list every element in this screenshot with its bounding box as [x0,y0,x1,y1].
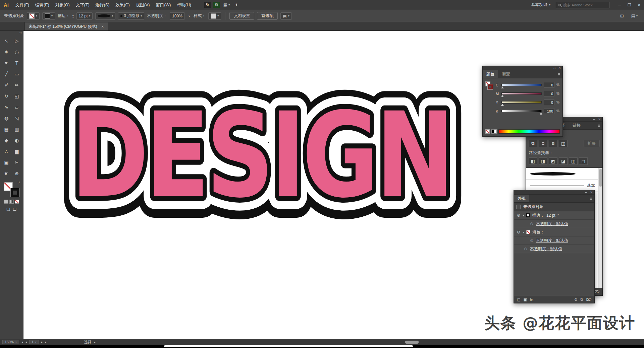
stroke-proxy-swatch[interactable] [488,84,493,89]
video-progress-thumb[interactable] [164,345,413,347]
bridge-icon[interactable]: Br [204,2,211,8]
opacity-default-link[interactable]: 不透明度：默认值 [536,221,568,227]
scrollbar-thumb[interactable] [599,169,602,187]
stepper-down-icon[interactable]: ▾ [72,16,74,18]
column-graph-tool[interactable]: ▆ [12,146,22,157]
preferences-button[interactable]: 首选项 [257,12,278,20]
appearance-row-fill-opacity[interactable]: ⊙ 不透明度：默认值 [514,236,594,245]
color-mode-icon[interactable] [4,200,8,204]
appearance-row-stroke-opacity[interactable]: ⊙ 不透明度：默认值 [514,220,594,228]
close-panel-icon[interactable]: ✕ [590,191,593,194]
appearance-row-global-opacity[interactable]: ⊙ 不透明度：默认值 [514,245,594,253]
expand-chevron-icon[interactable]: ▾ [523,214,524,217]
panel-menu-icon[interactable]: ≡ [590,196,594,201]
fill-none-swatch[interactable] [526,230,530,234]
add-effect-icon[interactable]: fx. [530,298,534,302]
perspective-grid-tool[interactable]: ◹ [12,113,22,124]
fill-color-dropdown[interactable]: ▾ [27,12,40,20]
menu-view[interactable]: 视图(V) [133,0,153,10]
drawing-mode-icon[interactable]: ❏ [6,207,10,212]
menu-select[interactable]: 选择(S) [93,0,113,10]
menu-type[interactable]: 文字(T) [73,0,93,10]
search-input[interactable] [563,3,602,7]
status-indicator[interactable]: 选择 ▸ [84,340,96,345]
eyedropper-tool[interactable]: ◆ [1,135,12,146]
hand-tool[interactable]: ☛ [1,168,12,179]
document-tab[interactable]: 未标题-1* @ 150% (CMYK/GPU 预览) ✕ [24,22,108,30]
brush-definition-dropdown[interactable]: 3 点圆形 ▾ [118,12,144,20]
magenta-slider[interactable] [501,92,542,95]
stroke-color-dropdown[interactable]: ▾ [42,12,55,20]
shape-builder-tool[interactable]: ◍ [1,113,12,124]
trim-button[interactable]: ◨ [539,157,547,165]
brush-list-scrollbar[interactable] [598,168,602,288]
type-tool[interactable]: T [12,57,22,68]
gradient-tool[interactable]: ▥ [12,124,22,135]
cyan-value[interactable]: 0 [544,82,554,88]
scale-tool[interactable]: ◱ [12,90,22,101]
stock-search-box[interactable] [556,2,609,8]
panel-menu-icon[interactable]: ≡ [598,123,602,128]
slider-thumb[interactable] [501,86,504,88]
tab-links[interactable]: 链接 [569,122,584,129]
delete-item-icon[interactable]: ⌦ [586,297,591,302]
intersect-button[interactable]: ⧈ [549,140,557,147]
document-setup-button[interactable]: 文档设置 [229,12,254,20]
lasso-tool[interactable]: ◌ [12,46,22,57]
swap-fill-stroke-icon[interactable]: ⇄ [17,181,20,184]
yellow-slider[interactable] [501,101,542,103]
next-artboard-icon[interactable]: ▸ [41,340,43,344]
outline-button[interactable]: ◫ [569,157,578,165]
toolbar-collapse-icon[interactable]: ◂◂ [0,31,23,35]
white-swatch[interactable] [494,129,497,134]
width-profile-dropdown[interactable]: ▾ [95,12,115,20]
zoom-dropdown[interactable]: 150% ▾ [2,340,19,344]
stroke-value[interactable]: 12 pt [546,213,555,218]
visibility-eye-icon[interactable]: ⊙ [523,247,528,251]
mesh-tool[interactable]: ▦ [1,124,12,135]
last-artboard-icon[interactable]: ▸ [45,340,47,344]
gradient-mode-icon[interactable] [9,200,14,204]
artboard-navigation-dropdown[interactable]: 1 ▾ [29,340,39,344]
workspace-switcher[interactable]: 基本功能 ▾ [531,2,550,8]
pencil-tool[interactable]: ✏ [12,79,22,90]
merge-button[interactable]: ◩ [549,157,557,165]
control-list-button[interactable]: ▤ ▾ [629,13,640,18]
appearance-row-fill[interactable]: ⊙ ▾ 填色： [514,228,594,236]
minus-front-button[interactable]: ⧅ [539,140,547,147]
minimize-button[interactable]: ─ [615,0,625,10]
panel-menu-icon[interactable]: ≡ [558,72,562,77]
stock-icon[interactable]: St [213,2,220,8]
rotate-tool[interactable]: ↻ [1,90,12,101]
yellow-value[interactable]: 0 [544,99,554,105]
first-artboard-icon[interactable]: ◂ [21,340,23,344]
direct-selection-tool[interactable]: ▷ [12,35,22,46]
cyan-slider[interactable] [501,84,542,86]
stroke-proxy-swatch[interactable] [11,188,19,197]
grid-view-icon[interactable]: ⊞ [618,13,626,18]
collapse-panel-icon[interactable]: ◂◂ [593,118,595,121]
width-tool[interactable]: ∿ [1,101,12,113]
opacity-default-link[interactable]: 不透明度：默认值 [536,238,568,243]
design-sticker-artwork[interactable]: DESIGN DESIGN DESIGN DESIGN DESIGN [51,84,471,238]
fill-stroke-widget[interactable]: ⇄ [4,182,19,197]
slice-tool[interactable]: ✂ [12,157,22,168]
black-swatch[interactable] [491,129,494,134]
crop-button[interactable]: ◪ [559,157,568,165]
close-panel-icon[interactable]: ✕ [598,118,601,121]
share-icon[interactable]: ✈ [232,2,240,7]
line-segment-tool[interactable]: ╱ [1,68,12,79]
menu-effect[interactable]: 效果(C) [112,0,132,10]
divide-button[interactable]: ◧ [529,157,537,165]
unite-button[interactable]: ⧉ [529,140,537,147]
visibility-eye-icon[interactable]: ⊙ [516,230,521,234]
opacity-default-link[interactable]: 不透明度：默认值 [530,246,562,252]
tab-gradient[interactable]: 渐变 [498,70,514,78]
pen-tool[interactable]: ✒ [1,57,12,68]
arrange-documents-button[interactable]: ▦ ▾ [221,2,232,7]
tab-appearance[interactable]: 外观 [514,195,529,202]
free-transform-tool[interactable]: ▱ [12,101,22,113]
clear-appearance-icon[interactable]: ⊘ [574,297,577,302]
menu-window[interactable]: 窗口(W) [153,0,174,10]
visibility-eye-icon[interactable]: ⊙ [516,213,521,218]
